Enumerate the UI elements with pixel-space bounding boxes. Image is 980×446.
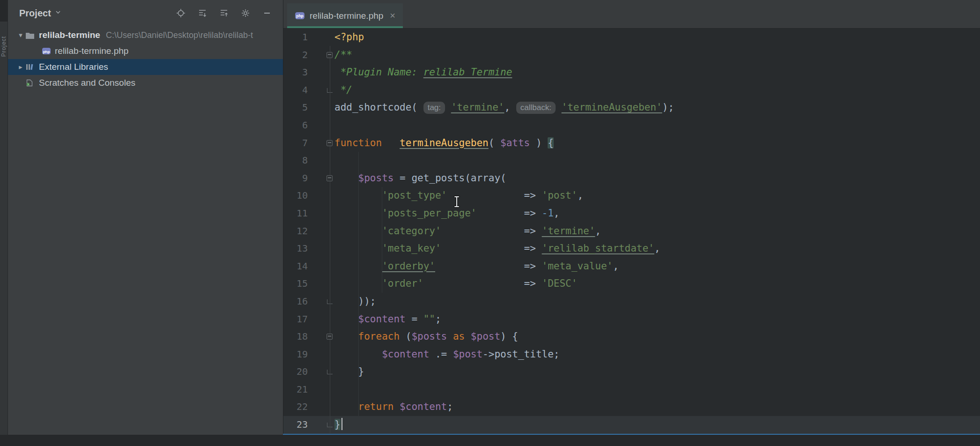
line-number[interactable]: 10: [283, 187, 308, 205]
code-text[interactable]: }: [334, 363, 980, 381]
code-line-11[interactable]: 11 'posts_per_page' => -1,: [283, 205, 980, 223]
code-text[interactable]: foreach ($posts as $post) {: [334, 328, 980, 346]
fold-end-icon[interactable]: [308, 82, 334, 99]
tree-item-external-libraries[interactable]: ▸External Libraries: [8, 59, 283, 75]
line-number[interactable]: 8: [283, 152, 308, 170]
code-text[interactable]: 'posts_per_page' => -1,: [334, 205, 980, 223]
locate-icon[interactable]: [176, 8, 186, 18]
line-number[interactable]: 3: [283, 64, 308, 82]
code-line-3[interactable]: 3 *Plugin Name: relilab Termine: [283, 64, 980, 82]
code-line-21[interactable]: 21: [283, 381, 980, 399]
fold-start-icon[interactable]: [308, 170, 334, 187]
line-number[interactable]: 2: [283, 46, 308, 64]
code-line-17[interactable]: 17 $content = "";: [283, 311, 980, 328]
fold-spacer: [308, 381, 334, 399]
line-number[interactable]: 22: [283, 398, 308, 416]
code-text[interactable]: [334, 381, 980, 399]
code-line-2[interactable]: 2/**: [283, 46, 980, 64]
code-line-22[interactable]: 22 return $content;: [283, 398, 980, 416]
fold-end-icon[interactable]: [308, 293, 334, 311]
code-text[interactable]: ));: [334, 293, 980, 311]
code-text[interactable]: $posts = get_posts(array(: [334, 170, 980, 187]
code-line-18[interactable]: 18 foreach ($posts as $post) {: [283, 328, 980, 346]
code-line-1[interactable]: 1<?php: [283, 29, 980, 46]
code-text[interactable]: 'meta_key' => 'relilab_startdate',: [334, 240, 980, 258]
chevron-down-icon[interactable]: ▾: [15, 31, 26, 39]
code-line-7[interactable]: 7function termineAusgeben( $atts ) {: [283, 134, 980, 152]
fold-end-icon[interactable]: [308, 416, 334, 434]
line-number[interactable]: 12: [283, 223, 308, 240]
code-editor[interactable]: 1<?php2/**3 *Plugin Name: relilab Termin…: [283, 29, 980, 434]
line-number[interactable]: 6: [283, 117, 308, 134]
code-text[interactable]: add_shortcode( tag: 'termine', callback:…: [334, 99, 980, 117]
code-line-15[interactable]: 15 'order' => 'DESC': [283, 275, 980, 293]
line-number[interactable]: 21: [283, 381, 308, 399]
line-number[interactable]: 11: [283, 205, 308, 223]
code-text[interactable]: [334, 152, 980, 170]
code-line-23[interactable]: 23}: [283, 416, 980, 434]
code-line-20[interactable]: 20 }: [283, 363, 980, 381]
code-line-10[interactable]: 10 'post_type' => 'post',: [283, 187, 980, 205]
tree-item-relilab-termine-php[interactable]: phprelilab-termine.php: [8, 43, 283, 59]
code-line-5[interactable]: 5add_shortcode( tag: 'termine', callback…: [283, 99, 980, 117]
code-line-8[interactable]: 8: [283, 152, 980, 170]
code-line-6[interactable]: 6: [283, 117, 980, 134]
code-text[interactable]: }: [334, 416, 980, 434]
code-text[interactable]: 'orderby' => 'meta_value',: [334, 258, 980, 275]
line-number[interactable]: 16: [283, 293, 308, 311]
line-number[interactable]: 1: [283, 29, 308, 46]
line-number[interactable]: 7: [283, 134, 308, 152]
code-line-12[interactable]: 12 'category' => 'termine',: [283, 223, 980, 240]
inlay-parameter-hint: tag:: [423, 102, 445, 114]
code-text[interactable]: */: [334, 82, 980, 99]
hide-icon[interactable]: [262, 8, 272, 18]
code-text[interactable]: 'category' => 'termine',: [334, 223, 980, 240]
settings-gear-icon[interactable]: [241, 8, 250, 18]
line-number[interactable]: 4: [283, 82, 308, 99]
code-line-9[interactable]: 9 $posts = get_posts(array(: [283, 170, 980, 187]
fold-start-icon[interactable]: [308, 134, 334, 152]
expand-all-icon[interactable]: [198, 8, 207, 18]
tree-item-relilab-termine[interactable]: ▾relilab-termineC:\Users\Daniel\Desktop\…: [8, 27, 283, 43]
line-number[interactable]: 23: [283, 416, 308, 434]
line-number[interactable]: 5: [283, 99, 308, 117]
line-number[interactable]: 17: [283, 311, 308, 328]
line-number[interactable]: 19: [283, 346, 308, 364]
line-number[interactable]: 20: [283, 363, 308, 381]
fold-start-icon[interactable]: [308, 328, 334, 346]
project-panel: Project: [8, 0, 283, 446]
line-number[interactable]: 18: [283, 328, 308, 346]
fold-guide-line: [330, 46, 330, 433]
line-number[interactable]: 14: [283, 258, 308, 275]
tree-item-scratches-and-consoles[interactable]: Scratches and Consoles: [8, 75, 283, 91]
fold-end-icon[interactable]: [308, 363, 334, 381]
chevron-right-icon[interactable]: ▸: [15, 63, 26, 71]
fold-start-icon[interactable]: [308, 46, 334, 64]
code-text[interactable]: $content = "";: [334, 311, 980, 328]
code-line-14[interactable]: 14 'orderby' => 'meta_value',: [283, 258, 980, 275]
line-number[interactable]: 9: [283, 170, 308, 187]
tool-window-stripe-label[interactable]: Project: [0, 33, 7, 60]
project-tool-window-header[interactable]: Project: [19, 8, 61, 19]
collapse-all-icon[interactable]: [219, 8, 229, 18]
code-line-19[interactable]: 19 $content .= $post->post_title;: [283, 346, 980, 364]
code-line-13[interactable]: 13 'meta_key' => 'relilab_startdate',: [283, 240, 980, 258]
code-text[interactable]: /**: [334, 46, 980, 64]
code-text[interactable]: [334, 117, 980, 134]
tool-window-bar[interactable]: Project: [0, 0, 8, 446]
line-number[interactable]: 13: [283, 240, 308, 258]
code-text[interactable]: *Plugin Name: relilab Termine: [334, 64, 980, 82]
close-icon[interactable]: ×: [390, 10, 395, 21]
project-tree: ▾relilab-termineC:\Users\Daniel\Desktop\…: [8, 26, 283, 91]
code-line-4[interactable]: 4 */: [283, 82, 980, 99]
code-text[interactable]: $content .= $post->post_title;: [334, 346, 980, 364]
tab-relilab-termine-php[interactable]: php relilab-termine.php ×: [287, 3, 403, 28]
line-number[interactable]: 15: [283, 275, 308, 293]
code-text[interactable]: 'post_type' => 'post',: [334, 187, 980, 205]
code-line-16[interactable]: 16 ));: [283, 293, 980, 311]
code-text[interactable]: 'order' => 'DESC': [334, 275, 980, 293]
code-text[interactable]: function termineAusgeben( $atts ) {: [334, 134, 980, 152]
fold-spacer: [308, 398, 334, 416]
code-text[interactable]: return $content;: [334, 398, 980, 416]
code-text[interactable]: <?php: [334, 29, 980, 46]
